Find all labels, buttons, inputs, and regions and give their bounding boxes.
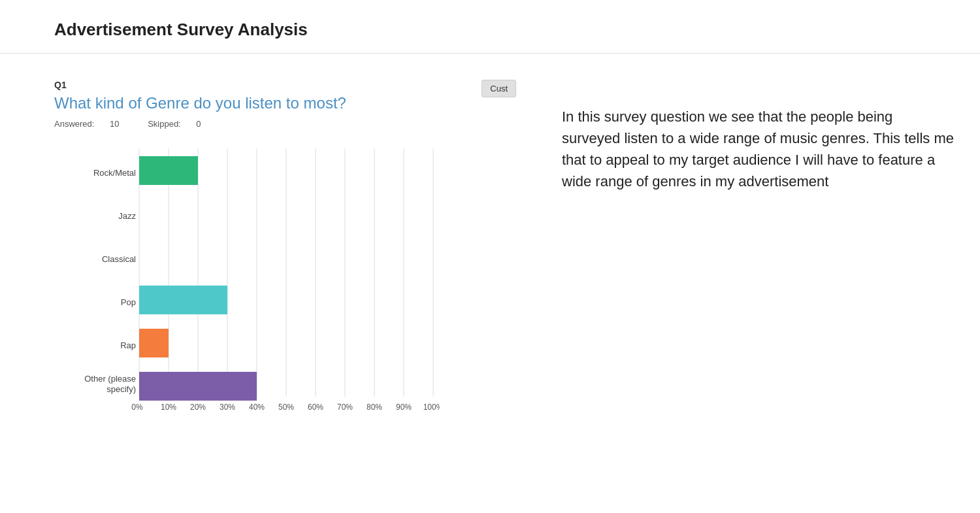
svg-text:Pop: Pop <box>121 297 136 307</box>
svg-rect-18 <box>139 329 169 357</box>
page-title: Advertisement Survey Analysis <box>54 20 926 40</box>
skipped-meta: Skipped: 0 <box>148 119 214 129</box>
answered-meta: Answered: 10 <box>54 119 135 129</box>
custom-button[interactable]: Cust <box>482 80 516 97</box>
svg-text:70%: 70% <box>337 403 353 412</box>
svg-text:0%: 0% <box>131 403 143 412</box>
svg-text:10%: 10% <box>161 403 176 412</box>
svg-rect-12 <box>139 156 198 185</box>
answered-label: Answered: <box>54 119 94 129</box>
svg-text:40%: 40% <box>249 403 265 412</box>
analysis-section: In this survey question we see that the … <box>536 67 980 436</box>
bar-chart-svg: .grid-line { stroke: #ddd; stroke-width:… <box>54 142 440 423</box>
svg-text:specify): specify) <box>106 384 136 394</box>
page-header: Advertisement Survey Analysis <box>0 0 980 54</box>
analysis-text: In this survey question we see that the … <box>562 106 954 192</box>
svg-text:Rock/Metal: Rock/Metal <box>93 168 136 178</box>
svg-text:100%: 100% <box>423 403 440 412</box>
svg-text:20%: 20% <box>190 403 206 412</box>
question-meta: Answered: 10 Skipped: 0 <box>54 119 516 129</box>
svg-text:Rap: Rap <box>120 340 136 350</box>
chart-area: .grid-line { stroke: #ddd; stroke-width:… <box>54 142 446 423</box>
svg-text:30%: 30% <box>220 403 235 412</box>
answered-value: 10 <box>110 119 119 129</box>
svg-text:60%: 60% <box>308 403 323 412</box>
svg-text:Other (please: Other (please <box>84 374 136 384</box>
main-content: Q1 What kind of Genre do you listen to m… <box>0 54 980 449</box>
skipped-label: Skipped: <box>148 119 181 129</box>
svg-rect-21 <box>139 372 257 401</box>
skipped-value: 0 <box>196 119 201 129</box>
question-title: What kind of Genre do you listen to most… <box>54 94 516 112</box>
svg-text:50%: 50% <box>278 403 294 412</box>
svg-text:90%: 90% <box>396 403 412 412</box>
question-label: Q1 <box>54 80 516 90</box>
svg-text:80%: 80% <box>367 403 382 412</box>
chart-section: Q1 What kind of Genre do you listen to m… <box>0 67 536 436</box>
svg-rect-16 <box>139 286 227 314</box>
svg-text:Jazz: Jazz <box>118 211 136 221</box>
svg-text:Classical: Classical <box>102 254 136 264</box>
